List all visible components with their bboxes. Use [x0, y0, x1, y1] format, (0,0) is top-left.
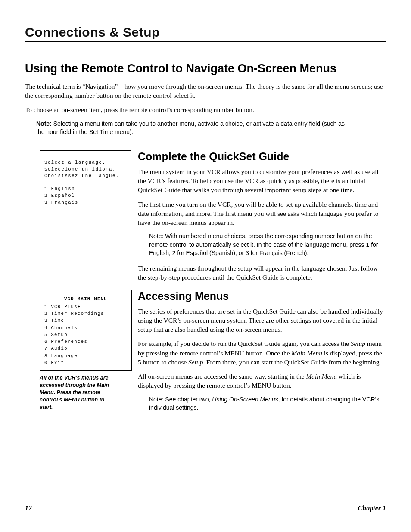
chapter-title: Connections & Setup	[25, 25, 386, 42]
language-screen-box: Select a language. Seleccione un idioma.…	[40, 150, 131, 227]
subsection-title-accessing: Accessing Menus	[138, 290, 386, 302]
lang-prompt-line: Seleccione un idioma.	[44, 166, 127, 173]
menu-item: 8 Language	[44, 352, 127, 359]
section-title-remote: Using the Remote Control to Navigate On-…	[25, 62, 386, 76]
lang-prompt-line: Choisissez une langue.	[44, 173, 127, 180]
page-footer: 12 Chapter 1	[25, 500, 386, 512]
note-selecting: Note: Selecting a menu item can take you…	[36, 120, 386, 137]
main-menu-caption: All of the VCR’s menus are accessed thro…	[40, 374, 118, 411]
lang-prompt-line: Select a language.	[44, 159, 127, 166]
menu-item: 2 Timer Recordings	[44, 310, 127, 317]
main-menu-title: VCR MAIN MENU	[44, 296, 127, 302]
menu-item: 1 VCR Plus+	[44, 303, 127, 310]
menu-item: 6 Preferences	[44, 338, 127, 345]
main-menu-screen-box: VCR MAIN MENU 1 VCR Plus+ 2 Timer Record…	[40, 290, 132, 371]
body-paragraph: To choose an on-screen item, press the r…	[25, 105, 386, 114]
page-number: 12	[25, 504, 32, 512]
body-paragraph: The series of preferences that are set i…	[138, 307, 386, 334]
note-label: Note:	[36, 120, 52, 127]
menu-item: 3 Time	[44, 317, 127, 324]
note-label: Note	[149, 233, 162, 240]
body-paragraph: The technical term is “Navigation” – how…	[25, 82, 386, 100]
body-paragraph: The remaining menus throughout the setup…	[138, 264, 386, 282]
menu-item: 4 Channels	[44, 324, 127, 331]
lang-option: 1 English	[44, 186, 127, 193]
body-paragraph: All on-screen menus are accessed the sam…	[138, 372, 386, 390]
note-text: Selecting a menu item can take you to an…	[36, 120, 345, 136]
body-paragraph: For example, if you decide to run the Qu…	[138, 339, 386, 367]
subsection-title-quickset: Complete the QuickSet Guide	[138, 150, 386, 163]
menu-item: 0 Exit	[44, 359, 127, 366]
lang-option: 2 Español	[44, 193, 127, 199]
note-label: Note	[149, 396, 162, 403]
note-accessing: Note: See chapter two, Using On-Screen M…	[149, 395, 386, 412]
menu-item: 7 Audio	[44, 345, 127, 352]
lang-option: 3 Français	[44, 199, 127, 206]
note-quickset: Note: With numbered menu choices, press …	[149, 232, 386, 258]
footer-chapter: Chapter 1	[358, 504, 386, 512]
menu-item: 5 Setup	[44, 331, 127, 338]
body-paragraph: The menu system in your VCR allows you t…	[138, 167, 386, 195]
note-text: : With numbered menu choices, press the …	[149, 233, 378, 256]
body-paragraph: The first time you turn on the VCR, you …	[138, 200, 386, 227]
